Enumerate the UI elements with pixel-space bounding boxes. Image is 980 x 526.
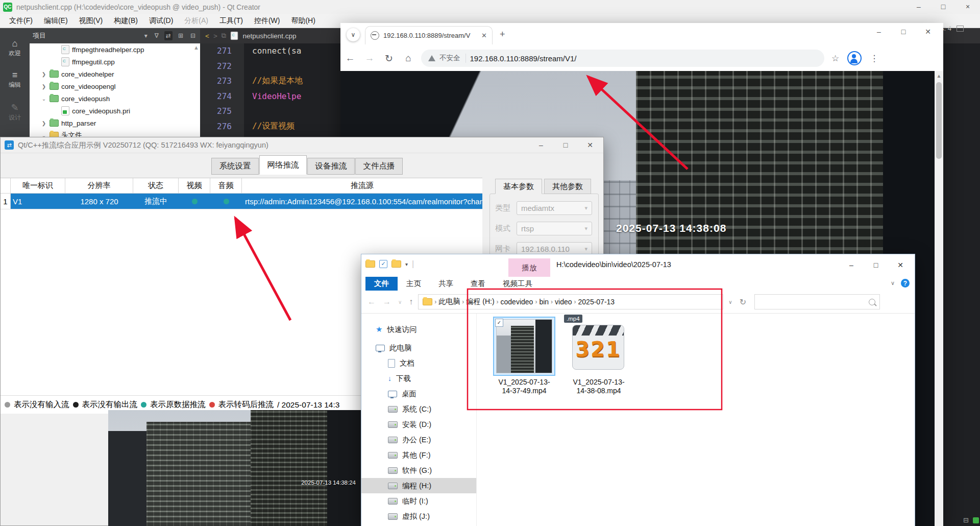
menu-tools[interactable]: 工具(T) (214, 15, 248, 27)
col-header-source[interactable]: 推流源 (242, 178, 482, 194)
collapse-all-icon[interactable]: ⊟ (189, 31, 197, 40)
sidebar-item-drive-d[interactable]: 安装 (D:) (361, 417, 476, 432)
tab-other-params[interactable]: 其他参数 (544, 179, 591, 194)
sidebar-item-drive-j[interactable]: 虚拟 (J:) (361, 509, 476, 524)
file-item-video-2[interactable]: .mp4 321 V1_2025-07-13- 14-38-08.mp4 (564, 318, 634, 395)
editor-tab-filename[interactable]: netpushclient.cpp (242, 32, 296, 40)
tree-item[interactable]: ffmpegthreadhelper.cpp (30, 43, 200, 56)
sidebar-item-edit[interactable]: ≡ 编辑 (0, 66, 30, 93)
profile-icon[interactable] (847, 51, 862, 65)
breadcrumb-bin[interactable]: bin (539, 298, 549, 306)
table-row[interactable] (179, 194, 210, 209)
table-row[interactable]: 1280 x 720 (65, 194, 133, 209)
tab-basic-params[interactable]: 基本参数 (495, 179, 542, 194)
folder-icon[interactable] (365, 260, 375, 268)
chevron-down-icon[interactable]: ▾ (143, 31, 149, 40)
kebab-menu-icon[interactable]: ⋮ (870, 53, 878, 64)
menu-debug[interactable]: 调试(D) (144, 15, 178, 27)
tab-home[interactable]: 主页 (398, 277, 430, 291)
tab-network-push[interactable]: 网络推流 (259, 155, 307, 175)
sync-with-editor-icon[interactable]: ⇄ (164, 31, 173, 40)
close-icon[interactable]: ✕ (578, 138, 602, 152)
security-label[interactable]: 不安全 (439, 54, 466, 63)
table-row[interactable]: V1 (11, 194, 65, 209)
folder-icon[interactable] (391, 260, 401, 268)
bookmark-star-icon[interactable]: ☆ (831, 53, 839, 64)
close-icon[interactable]: ✕ (888, 258, 913, 272)
sidebar-item-drive-e[interactable]: 办公 (E:) (361, 432, 476, 447)
browser-tab[interactable]: 192.168.0.110:8889/stream/V ✕ (365, 26, 493, 44)
sidebar-item-drive-h[interactable]: 编程 (H:) (361, 478, 476, 493)
maximize-icon[interactable]: □ (553, 138, 578, 152)
chevron-right-icon[interactable]: ❯ (41, 84, 47, 89)
tree-item[interactable]: ❯ http_parser (30, 117, 200, 129)
scrollbar-thumb[interactable] (936, 82, 942, 159)
tab-system-settings[interactable]: 系统设置 (211, 158, 259, 175)
breadcrumb-this-pc[interactable]: 此电脑 (438, 297, 460, 306)
tab-search-icon[interactable]: ∨ (347, 28, 360, 41)
sidebar-item-documents[interactable]: 文档 (361, 355, 476, 371)
contextual-tab-play[interactable]: 播放 (508, 258, 550, 277)
reload-icon[interactable]: ↻ (379, 53, 399, 64)
maximize-icon[interactable]: □ (864, 258, 888, 272)
tree-item[interactable]: ffmpegutil.cpp (30, 56, 200, 68)
tree-item[interactable]: ❯ core_videoopengl (30, 80, 200, 92)
tab-file[interactable]: 文件 (365, 277, 398, 291)
collapse-panel-icon[interactable]: ⊟ (963, 516, 969, 524)
sidebar-item-drive-c[interactable]: 系统 (C:) (361, 401, 476, 417)
minimize-icon[interactable]: – (839, 258, 864, 272)
url-bar[interactable]: 不安全 192.168.0.110:8889/stream/V1/ (421, 50, 824, 67)
checkbox-icon[interactable]: ✓ (379, 260, 387, 268)
home-icon[interactable]: ⌂ (399, 53, 418, 64)
col-header-status[interactable]: 状态 (133, 178, 179, 194)
menu-help[interactable]: 帮助(H) (286, 15, 320, 27)
sidebar-item-drive-g[interactable]: 软件 (G:) (361, 463, 476, 478)
new-tab-icon[interactable]: + (500, 29, 505, 40)
close-icon[interactable]: ✕ (916, 25, 940, 39)
tree-item[interactable]: core_videopush.pri (30, 105, 200, 117)
tab-view[interactable]: 查看 (462, 277, 494, 291)
tab-share[interactable]: 共享 (430, 277, 462, 291)
table-row[interactable]: 推流中 (133, 194, 179, 209)
scroll-up-icon[interactable]: ▲ (193, 44, 199, 51)
menu-view[interactable]: 视图(V) (74, 15, 108, 27)
chevron-down-icon[interactable]: ∨ (396, 299, 404, 305)
minimize-icon[interactable]: – (906, 0, 931, 14)
panel-icon[interactable] (957, 26, 964, 32)
col-header-resolution[interactable]: 分辨率 (65, 178, 133, 194)
sidebar-item-welcome[interactable]: ⌂ 欢迎 (0, 34, 30, 62)
tab-file-vod[interactable]: 文件点播 (355, 158, 403, 175)
up-icon[interactable]: ↑ (407, 297, 415, 306)
menu-build[interactable]: 构建(B) (109, 15, 143, 27)
table-row[interactable] (210, 194, 242, 209)
address-dropdown-icon[interactable]: ∨ (726, 299, 734, 305)
breadcrumb-codevideo[interactable]: codevideo (501, 298, 533, 306)
menu-file[interactable]: 文件(F) (4, 15, 38, 27)
col-header-id[interactable]: 唯一标识 (11, 178, 65, 194)
menu-widgets[interactable]: 控件(W) (249, 15, 285, 27)
col-header-video[interactable]: 视频 (179, 178, 210, 194)
tab-video-tools[interactable]: 视频工具 (494, 277, 541, 291)
breadcrumb-video[interactable]: video (555, 298, 572, 306)
maximize-icon[interactable]: □ (891, 25, 916, 39)
help-icon[interactable]: ? (901, 279, 910, 288)
tab-device-push[interactable]: 设备推流 (307, 158, 355, 175)
chevron-right-icon[interactable]: ❯ (41, 71, 47, 77)
sidebar-item-this-pc[interactable]: 此电脑 (361, 340, 476, 355)
search-input[interactable] (754, 294, 880, 309)
minimize-icon[interactable]: – (529, 138, 553, 152)
sidebar-item-drive-f[interactable]: 其他 (F:) (361, 447, 476, 463)
table-row[interactable]: rtsp://admin:Admin123456@192.168.0.100:5… (242, 194, 482, 209)
menu-edit[interactable]: 编辑(E) (39, 15, 73, 27)
expand-ribbon-icon[interactable]: ∨ (891, 280, 895, 286)
minimize-icon[interactable]: – (867, 25, 891, 39)
browser-scrollbar[interactable]: ▲ (935, 71, 943, 526)
back-icon[interactable]: < (205, 32, 209, 40)
breadcrumb-date-folder[interactable]: 2025-07-13 (578, 298, 615, 306)
col-header-audio[interactable]: 音频 (210, 178, 242, 194)
tree-item[interactable]: ❯ core_videohelper (30, 68, 200, 80)
item-checkbox[interactable]: ✓ (495, 319, 503, 327)
breadcrumb[interactable]: › 此电脑 › 编程 (H:) › codevideo › bin › vide… (418, 294, 723, 309)
sidebar-item-drive-i[interactable]: 临时 (I:) (361, 493, 476, 509)
sidebar-item-desktop[interactable]: 桌面 (361, 386, 476, 401)
